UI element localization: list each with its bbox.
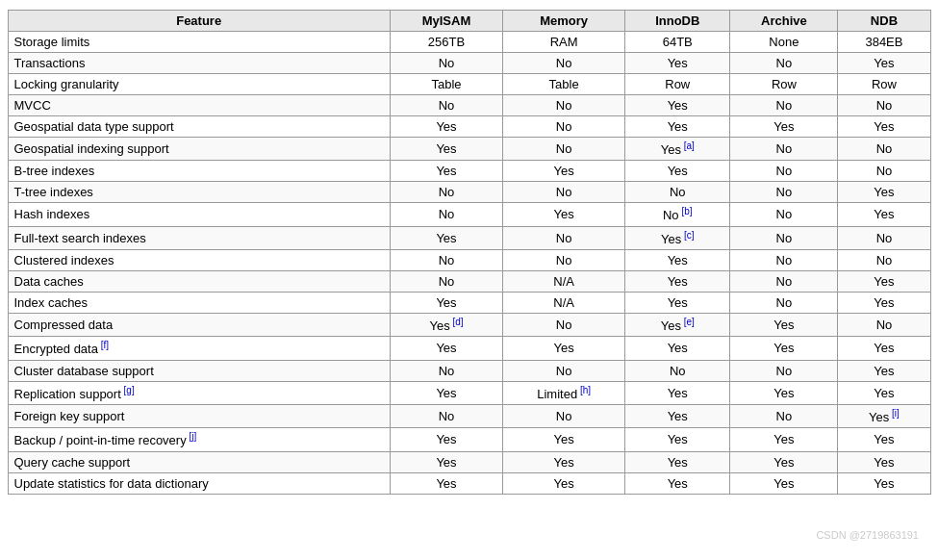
cell-myisam: No	[390, 182, 502, 203]
col-header-memory: Memory	[503, 11, 625, 32]
table-row: Query cache supportYesYesYesYesYes	[8, 451, 930, 472]
cell-memory: Limited [h]	[503, 381, 625, 404]
cell-innodb: Yes [c]	[625, 226, 730, 249]
cell-memory: No	[503, 182, 625, 203]
cell-ndb: No	[838, 138, 930, 161]
comparison-table: Feature MyISAM Memory InnoDB Archive NDB…	[8, 10, 931, 495]
table-row: Compressed dataYes [d]NoYes [e]YesNo	[8, 313, 930, 336]
cell-feature: Query cache support	[8, 451, 390, 472]
table-row: Geospatial indexing supportYesNoYes [a]N…	[8, 138, 930, 161]
cell-myisam: Yes	[390, 292, 502, 313]
cell-innodb: Yes	[625, 472, 730, 494]
cell-memory: No	[503, 95, 625, 116]
cell-ndb: Yes	[838, 337, 930, 360]
cell-feature: Update statistics for data dictionary	[8, 472, 390, 494]
cell-innodb: Row	[625, 74, 730, 95]
table-row: Replication support [g]YesLimited [h]Yes…	[8, 381, 930, 404]
cell-memory: No	[503, 138, 625, 161]
cell-myisam: Yes	[390, 472, 502, 494]
cell-archive: No	[730, 249, 838, 270]
cell-ndb: Yes [i]	[838, 404, 930, 427]
cell-memory: No	[503, 116, 625, 138]
cell-archive: No	[730, 138, 838, 161]
cell-archive: No	[730, 292, 838, 313]
cell-archive: No	[730, 360, 838, 381]
cell-feature: Replication support [g]	[8, 381, 390, 404]
cell-myisam: Yes	[390, 138, 502, 161]
cell-ndb: Yes	[838, 472, 930, 494]
table-row: Update statistics for data dictionaryYes…	[8, 472, 930, 494]
table-row: Index cachesYesN/AYesNoYes	[8, 292, 930, 313]
cell-innodb: Yes	[625, 337, 730, 360]
cell-myisam: No	[390, 270, 502, 292]
cell-memory: No	[503, 313, 625, 336]
cell-archive: Yes	[730, 313, 838, 336]
cell-feature: MVCC	[8, 95, 390, 116]
cell-archive: No	[730, 182, 838, 203]
table-row: Storage limits256TBRAM64TBNone384EB	[8, 32, 930, 53]
table-row: Encrypted data [f]YesYesYesYesYes	[8, 337, 930, 360]
cell-innodb: Yes	[625, 381, 730, 404]
table-row: Locking granularityTableTableRowRowRow	[8, 74, 930, 95]
cell-feature: Index caches	[8, 292, 390, 313]
cell-memory: RAM	[503, 32, 625, 53]
cell-myisam: 256TB	[390, 32, 502, 53]
cell-feature: Compressed data	[8, 313, 390, 336]
cell-feature: Data caches	[8, 270, 390, 292]
cell-myisam: Yes	[390, 116, 502, 138]
table-row: B-tree indexesYesYesYesNoNo	[8, 161, 930, 182]
cell-innodb: Yes	[625, 116, 730, 138]
cell-myisam: Yes	[390, 161, 502, 182]
cell-archive: Row	[730, 74, 838, 95]
cell-archive: Yes	[730, 116, 838, 138]
cell-archive: Yes	[730, 472, 838, 494]
cell-ndb: No	[838, 161, 930, 182]
cell-innodb: Yes	[625, 404, 730, 427]
cell-feature: Geospatial data type support	[8, 116, 390, 138]
cell-memory: Yes	[503, 472, 625, 494]
cell-myisam: No	[390, 360, 502, 381]
cell-myisam: Table	[390, 74, 502, 95]
cell-ndb: Yes	[838, 182, 930, 203]
table-row: Backup / point-in-time recovery [j]YesYe…	[8, 428, 930, 451]
cell-myisam: No	[390, 249, 502, 270]
cell-innodb: Yes [a]	[625, 138, 730, 161]
table-row: MVCCNoNoYesNoNo	[8, 95, 930, 116]
cell-archive: No	[730, 270, 838, 292]
cell-innodb: Yes	[625, 451, 730, 472]
cell-archive: Yes	[730, 337, 838, 360]
table-row: T-tree indexesNoNoNoNoYes	[8, 182, 930, 203]
cell-myisam: Yes	[390, 337, 502, 360]
cell-innodb: Yes	[625, 428, 730, 451]
cell-feature: Cluster database support	[8, 360, 390, 381]
cell-myisam: No	[390, 203, 502, 226]
cell-memory: No	[503, 226, 625, 249]
cell-archive: No	[730, 53, 838, 74]
cell-ndb: Yes	[838, 428, 930, 451]
cell-innodb: 64TB	[625, 32, 730, 53]
table-row: Cluster database supportNoNoNoNoYes	[8, 360, 930, 381]
cell-memory: Yes	[503, 161, 625, 182]
cell-archive: Yes	[730, 451, 838, 472]
cell-ndb: Row	[838, 74, 930, 95]
col-header-ndb: NDB	[838, 11, 930, 32]
cell-memory: Yes	[503, 337, 625, 360]
cell-archive: No	[730, 161, 838, 182]
cell-archive: Yes	[730, 381, 838, 404]
cell-feature: Backup / point-in-time recovery [j]	[8, 428, 390, 451]
cell-myisam: Yes	[390, 381, 502, 404]
col-header-archive: Archive	[730, 11, 838, 32]
cell-ndb: Yes	[838, 292, 930, 313]
cell-ndb: No	[838, 313, 930, 336]
cell-innodb: Yes	[625, 270, 730, 292]
cell-feature: Foreign key support	[8, 404, 390, 427]
cell-memory: Yes	[503, 203, 625, 226]
cell-ndb: No	[838, 226, 930, 249]
cell-myisam: No	[390, 53, 502, 74]
col-header-feature: Feature	[8, 11, 390, 32]
table-row: Foreign key supportNoNoYesNoYes [i]	[8, 404, 930, 427]
table-row: Clustered indexesNoNoYesNoNo	[8, 249, 930, 270]
cell-archive: No	[730, 95, 838, 116]
cell-myisam: Yes	[390, 226, 502, 249]
cell-feature: Geospatial indexing support	[8, 138, 390, 161]
